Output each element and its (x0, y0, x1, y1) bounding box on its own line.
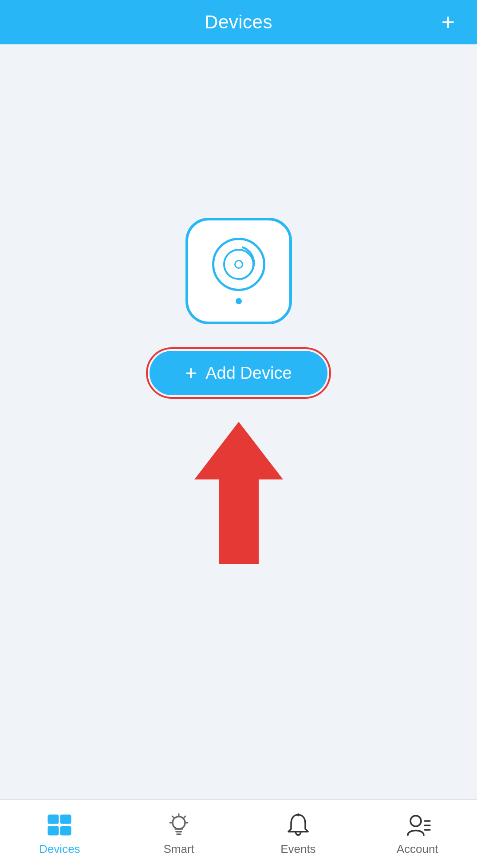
bottom-navigation: Devices Smart (0, 799, 477, 868)
main-content: + Add Device (0, 44, 477, 799)
camera-icon-container (185, 218, 292, 324)
smart-icon (166, 812, 192, 839)
arrow-annotation (190, 417, 288, 568)
nav-label-account: Account (397, 842, 438, 856)
svg-line-14 (184, 816, 185, 817)
camera-arc-svg (218, 244, 257, 283)
add-device-header-button[interactable]: + (442, 11, 455, 34)
svg-marker-1 (194, 422, 283, 564)
nav-item-smart[interactable]: Smart (119, 808, 239, 860)
add-device-plus-icon: + (185, 363, 197, 383)
add-device-label: Add Device (205, 364, 292, 383)
events-icon (285, 812, 311, 839)
svg-line-13 (172, 816, 173, 817)
camera-icon-box (185, 218, 292, 324)
nav-label-smart: Smart (163, 842, 194, 856)
svg-point-16 (410, 816, 421, 826)
svg-rect-4 (48, 826, 59, 835)
camera-bottom-dot (236, 298, 242, 304)
svg-rect-2 (48, 815, 59, 824)
svg-point-6 (173, 817, 185, 829)
red-arrow-svg (190, 417, 288, 568)
svg-rect-5 (60, 826, 71, 835)
svg-rect-3 (60, 815, 71, 824)
nav-item-account[interactable]: Account (358, 808, 477, 860)
devices-icon (46, 812, 73, 839)
nav-item-devices[interactable]: Devices (0, 808, 119, 860)
account-icon (404, 812, 431, 839)
add-device-button[interactable]: + Add Device (150, 351, 327, 395)
nav-label-events: Events (280, 842, 316, 856)
camera-lens-outer (212, 238, 265, 291)
header-title: Devices (205, 12, 272, 33)
app-header: Devices + (0, 0, 477, 44)
svg-point-0 (221, 247, 253, 279)
nav-item-events[interactable]: Events (239, 808, 358, 860)
nav-label-devices: Devices (39, 842, 80, 856)
